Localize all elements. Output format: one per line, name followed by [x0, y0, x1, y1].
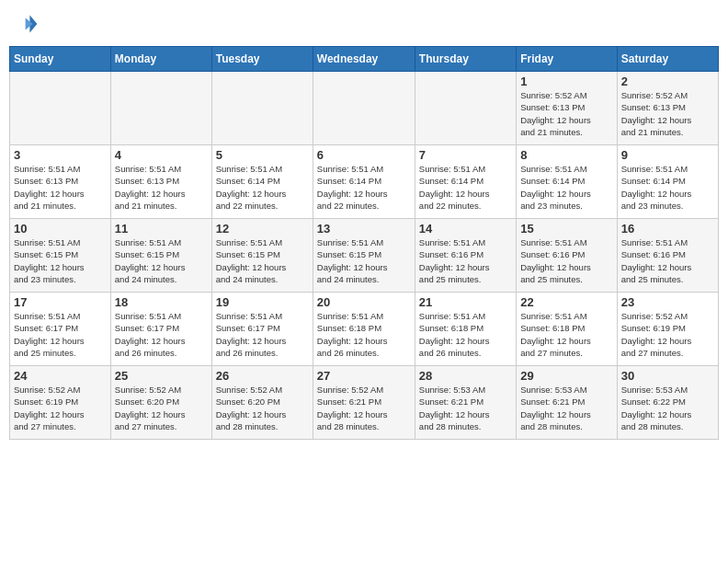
calendar-cell: 9Sunrise: 5:51 AMSunset: 6:14 PMDaylight… [617, 145, 718, 219]
calendar-cell: 6Sunrise: 5:51 AMSunset: 6:14 PMDaylight… [313, 145, 415, 219]
calendar-cell: 25Sunrise: 5:52 AMSunset: 6:20 PMDayligh… [110, 366, 211, 440]
calendar-cell: 18Sunrise: 5:51 AMSunset: 6:17 PMDayligh… [110, 293, 211, 366]
calendar-cell [313, 72, 415, 145]
calendar-week-row: 24Sunrise: 5:52 AMSunset: 6:19 PMDayligh… [10, 366, 719, 440]
day-number: 12 [216, 222, 309, 236]
calendar-cell: 30Sunrise: 5:53 AMSunset: 6:22 PMDayligh… [617, 366, 718, 440]
day-number: 4 [115, 148, 208, 162]
day-number: 25 [115, 369, 208, 383]
day-info: Sunrise: 5:51 AMSunset: 6:14 PMDaylight:… [520, 163, 612, 212]
day-number: 5 [216, 148, 309, 162]
logo [9, 9, 40, 39]
calendar-cell: 14Sunrise: 5:51 AMSunset: 6:16 PMDayligh… [415, 219, 516, 293]
weekday-header: Tuesday [211, 47, 313, 72]
day-info: Sunrise: 5:51 AMSunset: 6:13 PMDaylight:… [115, 163, 208, 212]
calendar-cell: 16Sunrise: 5:51 AMSunset: 6:16 PMDayligh… [617, 219, 718, 293]
day-number: 20 [317, 295, 411, 309]
calendar-cell: 23Sunrise: 5:52 AMSunset: 6:19 PMDayligh… [617, 293, 718, 366]
day-number: 2 [621, 75, 714, 88]
day-info: Sunrise: 5:51 AMSunset: 6:14 PMDaylight:… [419, 163, 512, 212]
day-info: Sunrise: 5:51 AMSunset: 6:15 PMDaylight:… [115, 236, 208, 285]
calendar-cell: 22Sunrise: 5:51 AMSunset: 6:18 PMDayligh… [517, 293, 617, 366]
day-number: 9 [621, 148, 714, 162]
day-info: Sunrise: 5:51 AMSunset: 6:17 PMDaylight:… [115, 310, 208, 359]
weekday-header: Sunday [10, 47, 111, 72]
day-info: Sunrise: 5:52 AMSunset: 6:21 PMDaylight:… [317, 384, 411, 432]
day-number: 13 [317, 222, 411, 236]
calendar-week-row: 10Sunrise: 5:51 AMSunset: 6:15 PMDayligh… [10, 219, 719, 293]
day-info: Sunrise: 5:53 AMSunset: 6:21 PMDaylight:… [419, 384, 512, 432]
logo-icon [9, 9, 39, 39]
calendar-cell: 29Sunrise: 5:53 AMSunset: 6:21 PMDayligh… [517, 366, 617, 440]
calendar-cell [211, 72, 313, 145]
day-info: Sunrise: 5:51 AMSunset: 6:18 PMDaylight:… [520, 310, 612, 359]
day-number: 1 [520, 75, 612, 88]
day-info: Sunrise: 5:52 AMSunset: 6:13 PMDaylight:… [621, 89, 714, 138]
weekday-header: Friday [517, 47, 617, 72]
page-header [9, 9, 719, 39]
day-number: 11 [115, 222, 208, 236]
calendar-cell: 12Sunrise: 5:51 AMSunset: 6:15 PMDayligh… [211, 219, 313, 293]
weekday-header: Monday [110, 47, 211, 72]
calendar-cell [10, 72, 111, 145]
day-number: 23 [621, 295, 714, 309]
day-info: Sunrise: 5:52 AMSunset: 6:20 PMDaylight:… [216, 384, 309, 432]
day-number: 14 [419, 222, 512, 236]
day-number: 17 [14, 295, 107, 309]
calendar-week-row: 3Sunrise: 5:51 AMSunset: 6:13 PMDaylight… [10, 145, 719, 219]
day-info: Sunrise: 5:51 AMSunset: 6:14 PMDaylight:… [216, 163, 309, 212]
calendar-cell: 20Sunrise: 5:51 AMSunset: 6:18 PMDayligh… [313, 293, 415, 366]
day-info: Sunrise: 5:51 AMSunset: 6:14 PMDaylight:… [621, 163, 714, 212]
day-number: 22 [520, 295, 612, 309]
day-number: 15 [520, 222, 612, 236]
calendar-cell: 3Sunrise: 5:51 AMSunset: 6:13 PMDaylight… [10, 145, 111, 219]
calendar-cell: 26Sunrise: 5:52 AMSunset: 6:20 PMDayligh… [211, 366, 313, 440]
day-info: Sunrise: 5:51 AMSunset: 6:17 PMDaylight:… [14, 310, 107, 359]
calendar-cell: 17Sunrise: 5:51 AMSunset: 6:17 PMDayligh… [10, 293, 111, 366]
calendar-week-row: 1Sunrise: 5:52 AMSunset: 6:13 PMDaylight… [10, 72, 719, 145]
calendar-week-row: 17Sunrise: 5:51 AMSunset: 6:17 PMDayligh… [10, 293, 719, 366]
calendar-cell [415, 72, 516, 145]
weekday-header: Wednesday [313, 47, 415, 72]
calendar-header: SundayMondayTuesdayWednesdayThursdayFrid… [10, 47, 719, 72]
calendar-cell: 19Sunrise: 5:51 AMSunset: 6:17 PMDayligh… [211, 293, 313, 366]
calendar-cell: 13Sunrise: 5:51 AMSunset: 6:15 PMDayligh… [313, 219, 415, 293]
day-info: Sunrise: 5:51 AMSunset: 6:13 PMDaylight:… [14, 163, 107, 212]
calendar-cell: 28Sunrise: 5:53 AMSunset: 6:21 PMDayligh… [415, 366, 516, 440]
calendar-cell: 24Sunrise: 5:52 AMSunset: 6:19 PMDayligh… [10, 366, 111, 440]
calendar-cell: 7Sunrise: 5:51 AMSunset: 6:14 PMDaylight… [415, 145, 516, 219]
day-number: 30 [621, 369, 714, 383]
weekday-header: Saturday [617, 47, 718, 72]
day-info: Sunrise: 5:51 AMSunset: 6:18 PMDaylight:… [317, 310, 411, 359]
calendar-cell: 10Sunrise: 5:51 AMSunset: 6:15 PMDayligh… [10, 219, 111, 293]
calendar-table: SundayMondayTuesdayWednesdayThursdayFrid… [9, 46, 719, 440]
day-info: Sunrise: 5:53 AMSunset: 6:22 PMDaylight:… [621, 384, 714, 432]
day-number: 7 [419, 148, 512, 162]
day-info: Sunrise: 5:52 AMSunset: 6:13 PMDaylight:… [520, 89, 612, 138]
day-info: Sunrise: 5:51 AMSunset: 6:16 PMDaylight:… [419, 236, 512, 285]
day-info: Sunrise: 5:51 AMSunset: 6:15 PMDaylight:… [216, 236, 309, 285]
day-number: 24 [14, 369, 107, 383]
day-info: Sunrise: 5:52 AMSunset: 6:19 PMDaylight:… [621, 310, 714, 359]
calendar-cell: 1Sunrise: 5:52 AMSunset: 6:13 PMDaylight… [517, 72, 617, 145]
calendar-cell: 5Sunrise: 5:51 AMSunset: 6:14 PMDaylight… [211, 145, 313, 219]
calendar-cell [110, 72, 211, 145]
calendar-cell: 4Sunrise: 5:51 AMSunset: 6:13 PMDaylight… [110, 145, 211, 219]
calendar-body: 1Sunrise: 5:52 AMSunset: 6:13 PMDaylight… [10, 72, 719, 440]
calendar-cell: 2Sunrise: 5:52 AMSunset: 6:13 PMDaylight… [617, 72, 718, 145]
day-number: 28 [419, 369, 512, 383]
day-info: Sunrise: 5:52 AMSunset: 6:20 PMDaylight:… [115, 384, 208, 432]
weekday-header: Thursday [415, 47, 516, 72]
day-info: Sunrise: 5:51 AMSunset: 6:17 PMDaylight:… [216, 310, 309, 359]
day-info: Sunrise: 5:51 AMSunset: 6:14 PMDaylight:… [317, 163, 411, 212]
calendar-cell: 11Sunrise: 5:51 AMSunset: 6:15 PMDayligh… [110, 219, 211, 293]
day-number: 29 [520, 369, 612, 383]
day-info: Sunrise: 5:51 AMSunset: 6:15 PMDaylight:… [14, 236, 107, 285]
calendar-cell: 8Sunrise: 5:51 AMSunset: 6:14 PMDaylight… [517, 145, 617, 219]
day-info: Sunrise: 5:51 AMSunset: 6:16 PMDaylight:… [621, 236, 714, 285]
day-info: Sunrise: 5:51 AMSunset: 6:15 PMDaylight:… [317, 236, 411, 285]
day-number: 18 [115, 295, 208, 309]
day-number: 10 [14, 222, 107, 236]
day-number: 26 [216, 369, 309, 383]
day-number: 19 [216, 295, 309, 309]
